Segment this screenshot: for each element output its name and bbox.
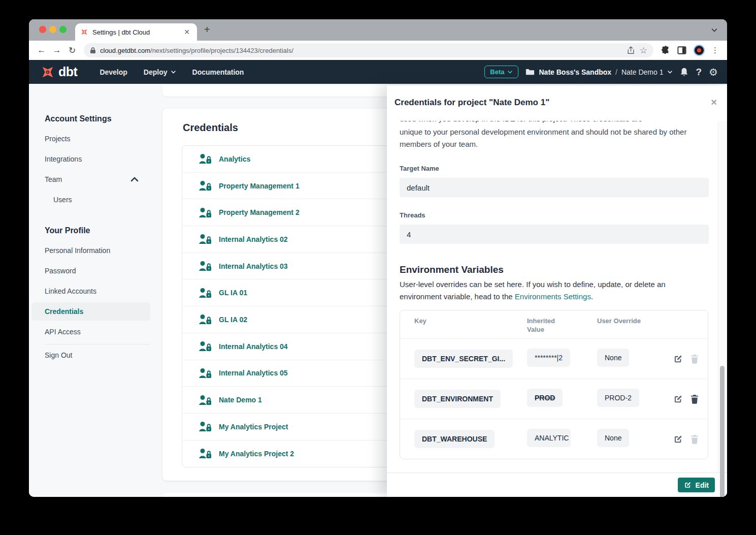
panel-title: Credentials for project "Nate Demo 1" xyxy=(395,98,549,108)
forward-button[interactable]: → xyxy=(49,45,64,55)
target-name-input[interactable]: default xyxy=(400,178,709,197)
user-credential-icon xyxy=(199,341,212,352)
user-credential-icon xyxy=(199,261,212,271)
page-content: Account Settings Projects Integrations T… xyxy=(29,84,727,497)
credential-name: Internal Analytics 04 xyxy=(219,342,288,351)
panel-header: Credentials for project "Nate Demo 1" × xyxy=(387,85,727,121)
profile-avatar[interactable] xyxy=(694,45,705,56)
user-credential-icon xyxy=(199,368,212,379)
chevron-down-icon xyxy=(171,69,176,75)
credential-name: Nate Demo 1 xyxy=(219,396,262,404)
address-bar[interactable]: cloud.getdbt.com/next/settings/profile/p… xyxy=(84,43,653,57)
env-var-inherited-value: PROD xyxy=(527,389,563,407)
settings-gear-icon[interactable]: ⚙ xyxy=(709,66,718,78)
reload-button[interactable]: ↻ xyxy=(64,45,80,56)
tab-title: Settings | dbt Cloud xyxy=(92,28,182,36)
user-credential-icon xyxy=(199,288,212,298)
panel-scrollbar-thumb[interactable] xyxy=(720,366,725,497)
user-credential-icon xyxy=(199,207,212,218)
table-header-key: Key xyxy=(414,317,460,325)
sidebar-item-password[interactable]: Password xyxy=(45,267,76,275)
table-header-row: Key Inherited Value User Override xyxy=(400,310,708,338)
browser-menu-icon[interactable]: ⋮ xyxy=(711,46,719,55)
sidebar-item-integrations[interactable]: Integrations xyxy=(45,155,82,163)
credential-name: Internal Analytics 02 xyxy=(219,235,288,243)
target-name-label: Target Name xyxy=(400,165,708,172)
environments-settings-link[interactable]: Environments Settings xyxy=(515,292,591,301)
environment-variable-row: DBT_ENV_SECRET_GI...********|2None xyxy=(400,338,708,379)
credential-name: Property Management 2 xyxy=(219,208,300,216)
edit-row-icon[interactable] xyxy=(673,394,683,404)
delete-row-icon[interactable] xyxy=(691,394,699,404)
environment-variables-table: Key Inherited Value User Override DBT_EN… xyxy=(400,310,708,459)
sidebar-item-api-access[interactable]: API Access xyxy=(45,328,81,336)
environment-variables-description: User-level overrides can be set here. If… xyxy=(400,278,707,303)
share-icon[interactable] xyxy=(627,46,635,54)
delete-row-icon xyxy=(691,354,699,364)
help-icon[interactable]: ? xyxy=(696,67,702,78)
credential-name: Internal Analytics 05 xyxy=(219,369,288,377)
edit-row-icon[interactable] xyxy=(673,434,683,444)
panel-scrollbar-track[interactable] xyxy=(718,121,727,473)
clipped-description-line: used when you develop in the IDE for thi… xyxy=(400,121,708,126)
new-tab-button[interactable]: + xyxy=(204,24,210,36)
url-text: cloud.getdbt.com/next/settings/profile/p… xyxy=(100,47,627,54)
sidebar-item-credentials[interactable]: Credentials xyxy=(45,307,83,316)
threads-input[interactable]: 4 xyxy=(400,225,709,244)
table-header-user-override: User Override xyxy=(597,317,643,325)
env-var-user-override: None xyxy=(597,429,629,447)
window-minimize-button[interactable] xyxy=(49,26,56,33)
bookmark-star-icon[interactable]: ☆ xyxy=(640,45,647,56)
account-project-breadcrumb[interactable]: Nate Boss's Sandbox / Nate Demo 1 xyxy=(525,68,673,76)
env-var-key: DBT_ENV_SECRET_GI... xyxy=(414,350,513,368)
user-credential-icon xyxy=(199,395,212,405)
user-credential-icon xyxy=(199,153,212,164)
credential-name: My Analytics Project 2 xyxy=(219,450,294,458)
folder-icon xyxy=(525,68,535,76)
panel-body: used when you develop in the IDE for thi… xyxy=(387,121,727,473)
credential-name: Internal Analytics 03 xyxy=(219,262,288,270)
browser-window: Settings | dbt Cloud ✕ + ← → ↻ cloud.get… xyxy=(29,19,727,497)
window-zoom-button[interactable] xyxy=(59,26,67,33)
project-name: Nate Demo 1 xyxy=(621,68,663,76)
chevron-down-icon xyxy=(507,69,513,75)
window-close-button[interactable] xyxy=(39,26,46,33)
table-header-inherited-value: Inherited Value xyxy=(527,317,573,334)
edit-row-icon[interactable] xyxy=(673,354,683,364)
env-var-key: DBT_WAREHOUSE xyxy=(414,430,495,448)
environment-variable-row: DBT_WAREHOUSEANALYTICNone xyxy=(400,419,708,459)
nav-develop[interactable]: Develop xyxy=(100,68,127,76)
credential-name: My Analytics Project xyxy=(219,423,288,431)
user-credential-icon xyxy=(199,448,212,459)
dbt-logo[interactable]: dbt xyxy=(40,65,77,80)
dbt-logo-text: dbt xyxy=(58,65,77,79)
sidebar-item-team[interactable]: Team xyxy=(45,175,62,183)
env-var-inherited-value: ********|2 xyxy=(527,349,570,367)
chevron-up-icon[interactable] xyxy=(130,176,139,183)
sidebar-item-sign-out[interactable]: Sign Out xyxy=(45,351,72,359)
account-name: Nate Boss's Sandbox xyxy=(539,68,611,76)
nav-deploy[interactable]: Deploy xyxy=(144,68,176,76)
credential-name: Analytics xyxy=(219,155,250,163)
notifications-bell-icon[interactable] xyxy=(680,68,688,77)
tab-search-chevron-icon[interactable] xyxy=(711,26,718,34)
side-panel-icon[interactable] xyxy=(677,46,686,55)
back-button[interactable]: ← xyxy=(34,45,49,55)
lock-icon xyxy=(90,47,96,54)
sidebar-item-users[interactable]: Users xyxy=(53,196,72,204)
sidebar-item-projects[interactable]: Projects xyxy=(45,135,71,143)
browser-toolbar: ← → ↻ cloud.getdbt.com/next/settings/pro… xyxy=(29,41,727,60)
environment-variables-title: Environment Variables xyxy=(400,264,708,275)
tab-close-icon[interactable]: ✕ xyxy=(182,28,192,36)
environment-variable-row: DBT_ENVIRONMENTPRODPROD-2 xyxy=(400,379,708,419)
sidebar-item-personal-information[interactable]: Personal Information xyxy=(45,246,110,255)
sidebar-item-linked-accounts[interactable]: Linked Accounts xyxy=(45,287,96,295)
sidebar-divider xyxy=(45,344,150,344)
extensions-puzzle-icon[interactable] xyxy=(661,46,670,55)
edit-button[interactable]: Edit xyxy=(678,478,715,492)
beta-dropdown[interactable]: Beta xyxy=(484,66,518,78)
nav-documentation[interactable]: Documentation xyxy=(192,68,244,76)
app-navbar: dbt Develop Deploy Documentation Beta Na… xyxy=(29,60,727,84)
browser-tab[interactable]: Settings | dbt Cloud ✕ xyxy=(75,23,197,41)
close-icon[interactable]: × xyxy=(711,97,717,108)
